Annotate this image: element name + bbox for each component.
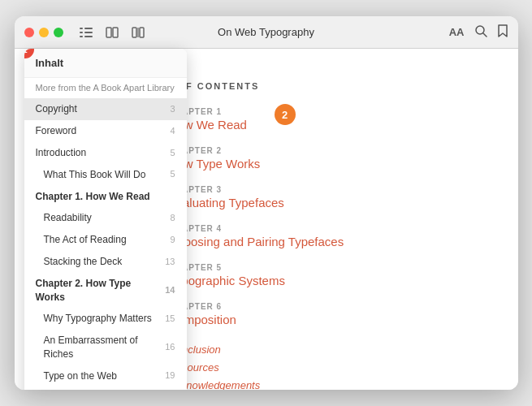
svg-rect-3 [84, 32, 93, 33]
dropdown-more-from-library[interactable]: More from the A Book Apart Library [24, 78, 187, 98]
introduction-page: 5 [170, 147, 175, 159]
embarrassment-page: 16 [165, 341, 175, 353]
ch5-label: CHAPTER 5 [169, 263, 396, 272]
svg-rect-4 [80, 36, 83, 37]
why-typography-label: Why Typography Matters [44, 312, 152, 326]
dropdown-item-ch1[interactable]: Chapter 1. How We Read [24, 186, 187, 208]
dropdown-item-introduction[interactable]: Introduction 5 [24, 142, 187, 164]
maximize-button[interactable] [54, 28, 63, 37]
dropdown-item-stacking[interactable]: Stacking the Deck 13 [24, 251, 187, 273]
why-typography-page: 15 [165, 313, 175, 325]
act-of-reading-label: The Act of Reading [44, 233, 127, 247]
act-of-reading-page: 9 [170, 234, 175, 246]
ch2-dropdown-label: Chapter 2. How Type Works [36, 277, 159, 304]
what-this-book-label: What This Book Will Do [44, 168, 146, 182]
ch2-title[interactable]: How Type Works [169, 157, 396, 171]
foreword-label: Foreword [36, 124, 77, 138]
dropdown-item-what-this-book[interactable]: What This Book Will Do 5 [24, 164, 187, 186]
right-icons: AA [449, 24, 508, 40]
readability-label: Readability [44, 211, 92, 225]
what-this-book-page: 5 [170, 168, 175, 180]
dropdown-item-foreword[interactable]: Foreword 4 [24, 120, 187, 142]
toolbar-icons [76, 23, 148, 42]
columns-icon[interactable] [128, 23, 148, 42]
svg-rect-7 [113, 28, 118, 37]
badge-2: 2 [275, 104, 296, 125]
dropdown-item-why-typography[interactable]: Why Typography Matters 15 [24, 308, 187, 330]
svg-rect-9 [140, 28, 144, 37]
dropdown-item-readability[interactable]: Readability 8 [24, 207, 187, 229]
svg-line-12 [483, 33, 487, 37]
foreword-page: 4 [170, 125, 175, 137]
dropdown-header: Inhalt [24, 49, 187, 78]
ch4-title[interactable]: Choosing and Pairing Typefaces [169, 235, 396, 248]
more-from-label: More from the A Book Apart Library [36, 82, 175, 94]
svg-rect-6 [106, 28, 111, 37]
svg-rect-0 [80, 28, 83, 29]
copyright-page: 3 [170, 103, 175, 115]
toc-extra-acknowledgements[interactable]: Acknowledgements [169, 377, 396, 390]
toc-extra-conclusion[interactable]: Conclusion [169, 341, 396, 359]
ch3-title[interactable]: Evaluating Typefaces [169, 196, 396, 209]
ch6-label: CHAPTER 6 [169, 302, 396, 311]
toc-item-ch2: CHAPTER 2 How Type Works [169, 146, 396, 171]
svg-rect-5 [84, 36, 93, 37]
toc-extra-resources[interactable]: Resources [169, 359, 396, 377]
main-window: On Web Typography AA TABLE OF CONTENTS [15, 16, 518, 390]
svg-rect-1 [84, 28, 93, 29]
minimize-button[interactable] [39, 28, 49, 37]
dropdown-item-copyright[interactable]: Copyright 3 [24, 98, 187, 120]
toc-item-ch5: CHAPTER 5 Typographic Systems [169, 263, 396, 287]
svg-rect-2 [80, 32, 83, 33]
stacking-label: Stacking the Deck [44, 255, 123, 269]
main-content: TABLE OF CONTENTS 2 CHAPTER 1 How We Rea… [15, 49, 518, 390]
list-icon[interactable] [76, 23, 96, 42]
ch6-title[interactable]: Composition [169, 313, 396, 326]
ch2-dropdown-page: 14 [165, 284, 175, 296]
bookmark-icon[interactable] [497, 24, 508, 40]
dropdown-item-type-on-web[interactable]: Type on the Web 19 [24, 365, 187, 387]
stacking-page: 13 [165, 256, 175, 268]
dropdown-item-embarrassment[interactable]: An Embarrassment of Riches 16 [24, 330, 187, 365]
toc-item-ch4: CHAPTER 4 Choosing and Pairing Typefaces [169, 224, 396, 248]
search-icon[interactable] [474, 24, 487, 40]
dropdown-panel: 1 Inhalt More from the A Book Apart Libr… [24, 49, 187, 390]
book-icon[interactable] [102, 23, 122, 42]
window-title: On Web Typography [218, 26, 314, 38]
dropdown-item-act-of-reading[interactable]: The Act of Reading 9 [24, 229, 187, 251]
ch3-label: CHAPTER 3 [169, 185, 396, 194]
readability-page: 8 [170, 212, 175, 224]
ch1-dropdown-label: Chapter 1. How We Read [36, 190, 150, 204]
embarrassment-label: An Embarrassment of Riches [44, 334, 159, 361]
toc-item-ch3: CHAPTER 3 Evaluating Typefaces [169, 185, 396, 209]
font-size-icon[interactable]: AA [449, 26, 465, 38]
svg-rect-8 [132, 28, 136, 37]
ch2-label: CHAPTER 2 [169, 146, 396, 155]
dropdown-item-language-of-type[interactable]: The Language of Type 20 [24, 387, 187, 390]
type-on-web-label: Type on the Web [44, 369, 118, 383]
dropdown-item-ch2[interactable]: Chapter 2. How Type Works 14 [24, 273, 187, 309]
introduction-label: Introduction [36, 146, 87, 160]
copyright-label: Copyright [36, 102, 77, 116]
toc-item-ch6: CHAPTER 6 Composition [169, 302, 396, 326]
traffic-lights [24, 28, 63, 37]
titlebar: On Web Typography AA [15, 16, 518, 49]
type-on-web-page: 19 [165, 369, 175, 382]
ch4-label: CHAPTER 4 [169, 224, 396, 233]
dropdown-title: Inhalt [36, 57, 64, 69]
close-button[interactable] [24, 28, 34, 37]
toc-extras: Conclusion Resources Acknowledgements Re… [169, 341, 396, 390]
ch5-title[interactable]: Typographic Systems [169, 274, 396, 287]
